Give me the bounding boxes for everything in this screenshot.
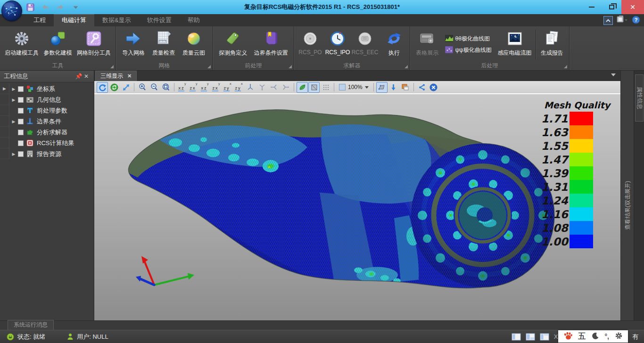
zoom-fit-button[interactable] (160, 82, 172, 93)
legend-swatch (570, 194, 593, 207)
undo-icon[interactable] (41, 2, 50, 12)
layout-right-panel-icon[interactable] (540, 333, 549, 341)
checkbox[interactable] (18, 86, 24, 92)
rcs-eec-button[interactable]: RCS_EEC (351, 28, 379, 61)
tab-data-display[interactable]: 数据&显示 (94, 14, 139, 26)
rcs-ipo-button[interactable]: RCS_IPO (324, 28, 351, 61)
help-icon[interactable]: ? (632, 16, 640, 25)
rotate-view-button[interactable] (97, 82, 108, 93)
close-icon: ✕ (630, 3, 636, 11)
tree-item-report-resources[interactable]: ▶ 报告资源 (0, 148, 94, 159)
view-right-button[interactable]: yzx (211, 82, 222, 92)
zoom-in-button[interactable] (137, 82, 148, 93)
collapse-ribbon-icon[interactable] (603, 16, 613, 25)
view-iso-2-button[interactable] (256, 82, 268, 93)
tab-overflow-icon[interactable] (611, 74, 616, 76)
ime-moon-icon[interactable] (592, 332, 599, 341)
checkbox[interactable] (18, 108, 24, 114)
qat-dropdown-icon[interactable] (71, 2, 80, 12)
ime-punctuation[interactable]: °, (605, 333, 610, 340)
tab-em-computation[interactable]: 电磁计算 (54, 14, 94, 26)
shaded-display-button[interactable] (297, 82, 308, 93)
save-icon[interactable] (25, 2, 35, 12)
results-collapsed-strip[interactable]: 查看结果(双击展开) (620, 71, 634, 320)
tab-system-messages[interactable]: 系统运行消息 (8, 320, 54, 330)
layout-left-panel-icon[interactable] (512, 333, 521, 341)
view-left-button[interactable]: yxz (199, 82, 210, 92)
drop-down-arrow-button[interactable] (388, 82, 399, 93)
ribbon-group-label: 工具 (52, 62, 64, 70)
view-top-button[interactable]: xzy (222, 82, 233, 92)
tab-3d-display[interactable]: 三维显示 ✕ (95, 71, 137, 81)
close-button[interactable]: ✕ (621, 0, 644, 14)
ime-logo-paw-icon[interactable] (563, 331, 573, 342)
refresh-view-button[interactable] (108, 82, 120, 93)
tree-item-preprocess-params[interactable]: 前处理参数 (0, 105, 94, 116)
import-mesh-button[interactable]: 导入网格 (118, 28, 149, 61)
tabrow-right-tools: ? (603, 15, 640, 25)
share-flow-button[interactable] (416, 82, 428, 93)
zoom-out-button[interactable] (149, 82, 160, 93)
group-launcher-icon[interactable] (564, 65, 567, 68)
table-display-button[interactable]: 表格展示 (413, 28, 442, 61)
tree-item-coordinate-system[interactable]: ▶▶ 坐标系 (0, 83, 94, 94)
tree-item-rcs-results[interactable]: RCS计算结果 (0, 138, 94, 148)
tree-item-geometry-info[interactable]: ▶ 几何信息 (0, 94, 94, 105)
execute-button[interactable]: 执行 (380, 28, 408, 61)
group-launcher-icon[interactable] (405, 65, 408, 68)
mesh-partition-tool-button[interactable]: 网格剖分工具 (74, 28, 113, 61)
launch-modeling-tool-button[interactable]: 启动建模工具 (2, 28, 41, 61)
group-launcher-icon[interactable] (207, 65, 211, 68)
ime-settings-gear-icon[interactable] (615, 332, 623, 341)
pan-zoom-arrow-button[interactable] (120, 82, 132, 93)
group-launcher-icon[interactable] (110, 65, 114, 68)
points-display-button[interactable] (320, 82, 331, 93)
view-iso-3-button[interactable] (268, 82, 280, 93)
ime-mode-char[interactable]: 五 (578, 332, 586, 342)
theta-polarization-curve-button[interactable]: θθ极化曲线图 (445, 35, 492, 43)
checkbox[interactable] (18, 151, 24, 157)
probe-angle-define-button[interactable]: 探测角定义 (215, 28, 251, 61)
checkbox[interactable] (18, 140, 24, 146)
group-launcher-icon[interactable] (289, 65, 292, 68)
view-iso-1-button[interactable] (245, 82, 256, 93)
layout-bottom-panel-icon[interactable] (526, 333, 535, 341)
generate-report-button[interactable]: 生成报告 (537, 28, 567, 61)
quality-check-button[interactable]: 质量检查 (149, 28, 179, 61)
panel-close-icon[interactable]: ✕ (83, 73, 90, 80)
zoom-scale-select[interactable]: 100% (337, 84, 371, 90)
window-title: 复杂目标RCS电磁分析软件2015 R1 - RCS_2015031801* (0, 3, 644, 11)
tab-help[interactable]: 帮助 (180, 14, 208, 26)
rcs-po-button[interactable]: RCS_PO (297, 28, 324, 61)
psi-polarization-curve-button[interactable]: ψψ极化曲线图 (445, 46, 492, 55)
pin-icon[interactable]: 📌 (75, 73, 83, 80)
tab-settings[interactable]: 软件设置 (139, 14, 180, 26)
minimize-button[interactable] (582, 0, 602, 14)
project-info-panel: 工程信息 📌 ✕ ▶▶ 坐标系 ▶ 几何信息 前处理参数 ▶ (0, 71, 94, 320)
close-view-button[interactable] (428, 82, 439, 93)
parametric-modeling-button[interactable]: 参数化建模 (41, 28, 74, 61)
induced-current-map-button[interactable]: 感应电磁流图 (495, 28, 535, 61)
app-logo-icon[interactable] (1, 0, 22, 21)
view-front-button[interactable]: yxz (177, 82, 188, 92)
quality-cloud-map-button[interactable]: 质量云图 (179, 28, 209, 61)
tab-properties-info[interactable]: 属性信息 (635, 74, 644, 122)
surface-select-button[interactable] (376, 82, 388, 93)
redo-icon[interactable] (56, 2, 65, 12)
wireframe-display-button[interactable] (308, 82, 320, 93)
cascade-windows-button[interactable] (400, 82, 411, 93)
3d-canvas[interactable]: Mesh Quality 1.71 1.63 1.55 1.47 1.39 1.… (94, 94, 620, 320)
checkbox[interactable] (18, 119, 24, 124)
tree-item-boundary-conditions[interactable]: ▶ 边界条件 (0, 116, 94, 127)
view-back-button[interactable]: yzx (188, 82, 199, 92)
tab-close-icon[interactable]: ✕ (127, 73, 132, 79)
checkbox[interactable] (18, 97, 24, 103)
view-bottom-button[interactable]: xzy (233, 82, 244, 92)
checkbox[interactable] (18, 130, 24, 135)
view-iso-4-button[interactable] (280, 82, 291, 93)
tree-item-analysis-solver[interactable]: 分析求解器 (0, 127, 94, 138)
restore-button[interactable] (602, 0, 621, 14)
boundary-settings-button[interactable]: 边界条件设置 (251, 28, 291, 61)
tab-project[interactable]: 工程 (25, 14, 54, 26)
device-icon[interactable] (617, 16, 628, 25)
